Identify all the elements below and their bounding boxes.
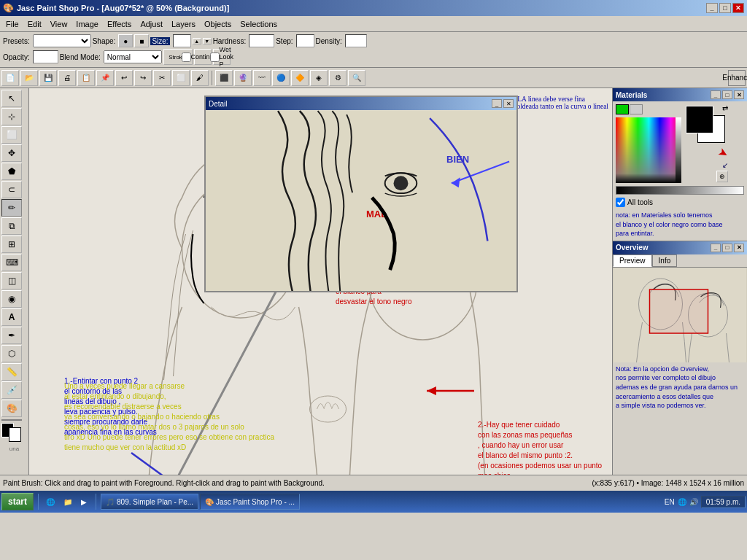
size-up-btn[interactable]: ▲ bbox=[193, 38, 201, 44]
measure-tool[interactable]: 📏 bbox=[1, 363, 22, 381]
brush-tool[interactable]: ✏ bbox=[1, 199, 22, 217]
tool6-btn[interactable]: ◈ bbox=[310, 70, 328, 86]
density-input[interactable]: 100 bbox=[345, 34, 367, 47]
quick-launch: 🌐 📁 ▶ bbox=[38, 494, 96, 510]
all-tools-checkbox[interactable] bbox=[616, 198, 625, 207]
menu-image[interactable]: Image bbox=[71, 18, 103, 30]
overview-restore-btn[interactable]: □ bbox=[722, 244, 732, 252]
ie-icon[interactable]: 🌐 bbox=[42, 494, 58, 510]
freehand-btn[interactable]: 〰 bbox=[253, 70, 271, 86]
tab-preview[interactable]: Preview bbox=[613, 254, 652, 267]
retouch-tool[interactable]: ⊞ bbox=[1, 236, 22, 253]
menu-adjust[interactable]: Adjust bbox=[136, 18, 167, 30]
language-indicator: EN bbox=[665, 498, 675, 506]
bg-color-swatch[interactable] bbox=[9, 427, 21, 442]
save-btn[interactable]: 💾 bbox=[39, 70, 57, 86]
text-tool[interactable]: A bbox=[1, 308, 22, 326]
lasso-tool[interactable]: ⊂ bbox=[1, 181, 22, 198]
color-swatches bbox=[1, 423, 27, 438]
materials-min-btn[interactable]: _ bbox=[711, 90, 721, 99]
color-replace-tool[interactable]: 🎨 bbox=[1, 400, 22, 417]
deform-tool[interactable]: ⊹ bbox=[1, 108, 22, 125]
scratch-tool[interactable]: ⌨ bbox=[1, 254, 22, 271]
shape-square-btn[interactable]: ■ bbox=[134, 34, 149, 47]
magic-wand-btn[interactable]: 🔮 bbox=[234, 70, 252, 86]
menu-objects[interactable]: Objects bbox=[200, 18, 236, 30]
opacity-input[interactable]: 100 bbox=[33, 50, 58, 63]
materials-restore-btn[interactable]: □ bbox=[722, 90, 732, 99]
media-icon[interactable]: ▶ bbox=[77, 494, 93, 510]
select-btn[interactable]: ⬛ bbox=[215, 70, 233, 86]
menu-file[interactable]: File bbox=[1, 18, 23, 30]
taskbar-item-music[interactable]: 🎵 809. Simple Plan - Pe... bbox=[101, 494, 198, 510]
redo-btn[interactable]: ↪ bbox=[134, 70, 152, 86]
blend-mode-select[interactable]: Normal bbox=[104, 50, 162, 63]
taskbar: start 🌐 📁 ▶ 🎵 809. Simple Plan - Pe... 🎨… bbox=[0, 491, 747, 513]
draw-tool[interactable]: ✒ bbox=[1, 327, 22, 344]
lasso-btn[interactable]: 🔵 bbox=[272, 70, 290, 86]
toolbar-row-1: Presets: Shape: ● ■ Size: 2 ▲ ▼ Hardness… bbox=[1, 34, 746, 48]
canvas-area[interactable]: Detail _ ✕ bbox=[29, 88, 612, 475]
wet-look-checkbox[interactable] bbox=[210, 52, 220, 62]
magic-select-tool[interactable]: ⬟ bbox=[1, 163, 22, 180]
continuous-checkbox[interactable] bbox=[182, 52, 191, 62]
float-detail-window[interactable]: Detail _ ✕ bbox=[204, 96, 518, 292]
color-tab-green[interactable] bbox=[616, 104, 629, 114]
overview-content[interactable] bbox=[613, 268, 747, 362]
tool5-btn[interactable]: 🔶 bbox=[291, 70, 309, 86]
zoom-btn[interactable]: 🔍 bbox=[348, 70, 365, 86]
size-label: Size: bbox=[150, 37, 169, 45]
wet-look-checkbox-area[interactable]: Wet Look P bbox=[213, 49, 231, 65]
start-button[interactable]: start bbox=[1, 493, 34, 510]
color-tab-gray[interactable] bbox=[630, 104, 643, 114]
grayscale-bar[interactable] bbox=[616, 186, 744, 195]
menu-view[interactable]: View bbox=[46, 18, 72, 30]
open-btn[interactable]: 📂 bbox=[20, 70, 38, 86]
copy-btn[interactable]: 📋 bbox=[77, 70, 95, 86]
enhance-btn-tb[interactable]: Enhance bbox=[728, 70, 746, 86]
fill-tool[interactable]: ◉ bbox=[1, 290, 22, 308]
step-input[interactable]: 7 bbox=[296, 34, 314, 47]
preset-shape-tool[interactable]: ⬡ bbox=[1, 345, 22, 362]
clone-tool[interactable]: ⧉ bbox=[1, 217, 22, 235]
minimize-button[interactable]: _ bbox=[706, 3, 718, 13]
eraser-tool[interactable]: ◫ bbox=[1, 272, 22, 289]
overview-close-btn[interactable]: ✕ bbox=[734, 244, 744, 252]
fg-color-display[interactable] bbox=[686, 106, 713, 133]
crop-btn[interactable]: ⬜ bbox=[172, 70, 190, 86]
close-button[interactable]: ✕ bbox=[732, 3, 744, 13]
materials-close-btn[interactable]: ✕ bbox=[734, 90, 744, 99]
opacity-label: Opacity: bbox=[3, 53, 30, 61]
new-file-btn[interactable]: 📄 bbox=[1, 70, 19, 86]
menu-selections[interactable]: Selections bbox=[236, 18, 282, 30]
folder-icon[interactable]: 📁 bbox=[59, 494, 75, 510]
print-btn[interactable]: 🖨 bbox=[58, 70, 76, 86]
maximize-button[interactable]: □ bbox=[719, 3, 731, 13]
overview-min-btn[interactable]: _ bbox=[711, 244, 721, 252]
menu-layers[interactable]: Layers bbox=[167, 18, 200, 30]
continuous-checkbox-area[interactable]: Continuous bbox=[194, 49, 212, 65]
select-tool[interactable]: ↖ bbox=[1, 90, 22, 107]
eyedropper-tool[interactable]: 💉 bbox=[1, 381, 22, 399]
tool7-btn[interactable]: ⚙ bbox=[329, 70, 347, 86]
size-input[interactable]: 2 bbox=[173, 34, 191, 47]
color-picker-canvas[interactable] bbox=[616, 117, 681, 183]
cut-btn[interactable]: ✂ bbox=[153, 70, 171, 86]
swap-colors-btn[interactable]: ⇄ bbox=[722, 104, 728, 112]
menu-effects[interactable]: Effects bbox=[103, 18, 136, 30]
move-tool[interactable]: ✥ bbox=[1, 144, 22, 162]
hardness-input[interactable]: 68 bbox=[249, 34, 274, 47]
shape-round-btn[interactable]: ● bbox=[118, 34, 133, 47]
tab-info[interactable]: Info bbox=[652, 254, 678, 267]
reset-colors-btn[interactable]: ⊕ bbox=[716, 171, 728, 182]
float-close-btn[interactable]: ✕ bbox=[503, 99, 514, 108]
paste-btn[interactable]: 📌 bbox=[96, 70, 114, 86]
menu-edit[interactable]: Edit bbox=[23, 18, 46, 30]
size-down-btn[interactable]: ▼ bbox=[203, 38, 212, 44]
taskbar-item-psp[interactable]: 🎨 Jasc Paint Shop Pro - ... bbox=[200, 494, 300, 510]
float-min-btn[interactable]: _ bbox=[492, 99, 502, 108]
brush-tool-btn[interactable]: 🖌 bbox=[191, 70, 209, 86]
crop-tool[interactable]: ⬜ bbox=[1, 126, 22, 144]
undo-btn[interactable]: ↩ bbox=[115, 70, 133, 86]
presets-select[interactable] bbox=[33, 34, 91, 47]
